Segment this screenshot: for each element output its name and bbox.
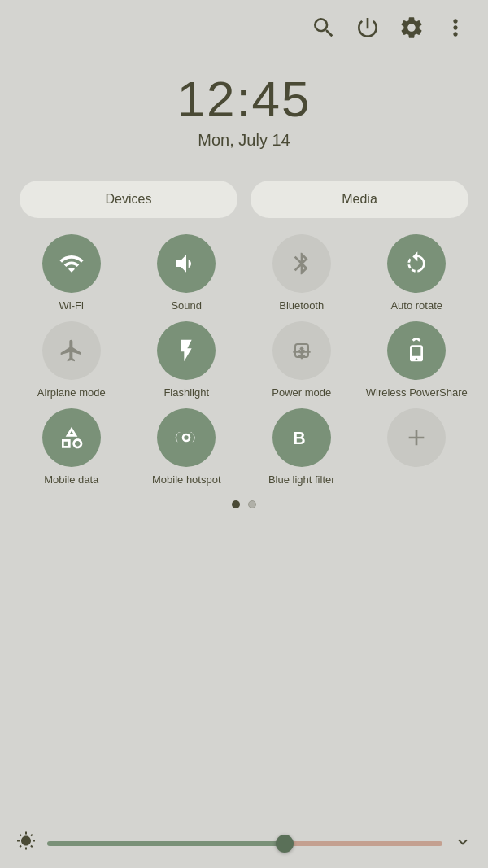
clock-date: Mon, July 14: [0, 131, 488, 150]
tile-flashlight-label: Flashlight: [163, 386, 209, 400]
page-dot-2[interactable]: [248, 500, 256, 508]
tile-sound[interactable]: Sound: [132, 234, 242, 313]
tile-mobile-data-circle: [42, 408, 101, 467]
tile-power-mode[interactable]: ♻ Power mode: [246, 321, 357, 400]
tile-blue-light-filter-label: Blue light filter: [268, 473, 335, 487]
tile-mobile-hotspot[interactable]: Mobile hotspot: [132, 408, 242, 487]
tabs-row: Devices Media: [20, 181, 468, 218]
tile-auto-rotate-label: Auto rotate: [390, 299, 442, 313]
brightness-row: [0, 819, 488, 868]
brightness-expand-icon[interactable]: [454, 833, 472, 855]
tile-airplane-label: Airplane mode: [37, 386, 106, 400]
top-bar: [0, 0, 488, 54]
clock-area: 12:45 Mon, July 14: [0, 54, 488, 158]
tab-devices[interactable]: Devices: [20, 181, 237, 218]
tile-wifi-circle: [42, 234, 101, 293]
tile-wifi-label: Wi-Fi: [59, 299, 84, 313]
power-icon[interactable]: [355, 15, 381, 46]
tile-wifi[interactable]: Wi-Fi: [16, 234, 127, 313]
clock-time: 12:45: [0, 70, 488, 128]
tile-wireless-share-circle: [387, 321, 446, 380]
tile-bluetooth-label: Bluetooth: [279, 299, 324, 313]
tile-auto-rotate[interactable]: Auto rotate: [362, 234, 473, 313]
tile-airplane-mode[interactable]: Airplane mode: [16, 321, 127, 400]
more-options-icon[interactable]: [442, 15, 468, 46]
page-dots: [0, 500, 488, 508]
settings-icon[interactable]: [399, 15, 425, 46]
page-dot-1[interactable]: [232, 500, 240, 508]
tile-power-mode-label: Power mode: [272, 386, 331, 400]
tile-mobile-hotspot-circle: [157, 408, 216, 467]
tile-flashlight-circle: [157, 321, 216, 380]
brightness-slider[interactable]: [47, 841, 442, 846]
tile-add[interactable]: [362, 408, 473, 487]
tile-bluetooth-circle: [272, 234, 331, 293]
tile-bluetooth[interactable]: Bluetooth: [246, 234, 357, 313]
tile-blue-light-filter[interactable]: B Blue light filter: [246, 408, 357, 487]
tile-sound-label: Sound: [171, 299, 202, 313]
tile-add-circle: [387, 408, 446, 467]
brightness-icon: [16, 831, 36, 856]
svg-text:B: B: [293, 429, 305, 448]
tile-airplane-circle: [42, 321, 101, 380]
tile-wireless-share[interactable]: Wireless PowerShare: [362, 321, 473, 400]
tile-mobile-hotspot-label: Mobile hotspot: [152, 473, 221, 487]
tile-sound-circle: [157, 234, 216, 293]
svg-text:♻: ♻: [298, 346, 306, 355]
tile-blue-light-filter-circle: B: [272, 408, 331, 467]
quick-tiles-grid: Wi-Fi Sound Bluetooth Auto rotate Airpla…: [0, 234, 488, 487]
tile-mobile-data-label: Mobile data: [44, 473, 98, 487]
search-icon[interactable]: [311, 15, 337, 46]
tile-wireless-share-label: Wireless PowerShare: [366, 386, 468, 400]
tile-power-mode-circle: ♻: [272, 321, 331, 380]
tile-flashlight[interactable]: Flashlight: [132, 321, 242, 400]
tile-auto-rotate-circle: [387, 234, 446, 293]
tab-media[interactable]: Media: [251, 181, 468, 218]
brightness-thumb[interactable]: [276, 835, 294, 853]
tile-mobile-data[interactable]: Mobile data: [16, 408, 127, 487]
